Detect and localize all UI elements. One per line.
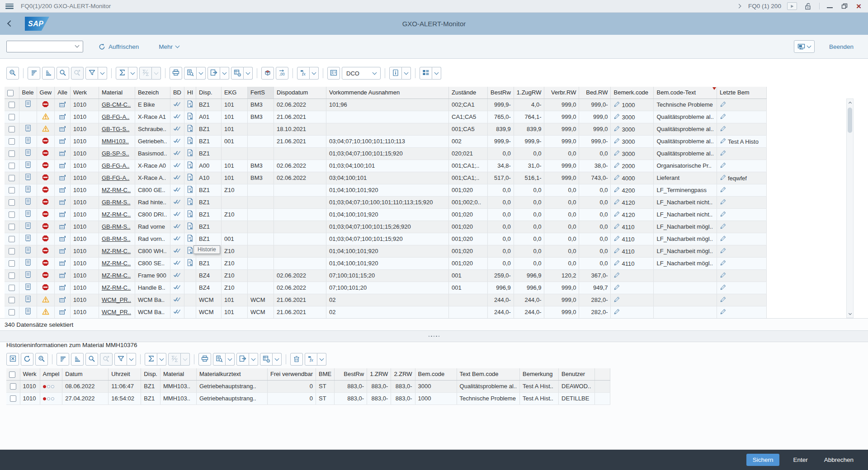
edit-note-button[interactable] bbox=[720, 272, 726, 280]
panel-splitter[interactable] bbox=[0, 330, 868, 342]
column-header[interactable]: Alle bbox=[55, 87, 71, 99]
column-header[interactable]: Datum bbox=[62, 368, 108, 380]
find-button[interactable] bbox=[57, 67, 69, 80]
column-header[interactable]: Uhrzeit bbox=[108, 368, 141, 380]
table-row[interactable]: 1010GB-TG-S..Schraube..BZ110118.10.20210… bbox=[5, 123, 766, 135]
select-all-checkbox[interactable] bbox=[9, 371, 15, 378]
sum-button[interactable] bbox=[145, 353, 157, 366]
row-select-checkbox[interactable] bbox=[9, 309, 15, 315]
row-select-checkbox[interactable] bbox=[9, 273, 15, 279]
table-row[interactable]: 1010MZ-RM-C..Handle B..BZ4Z1002.06.20220… bbox=[5, 282, 766, 294]
export-dropdown-button[interactable] bbox=[220, 67, 229, 80]
edit-note-button[interactable] bbox=[613, 101, 620, 109]
sum-button[interactable] bbox=[116, 67, 128, 80]
row-select-checkbox[interactable] bbox=[9, 248, 15, 254]
row-select-checkbox[interactable] bbox=[9, 297, 15, 303]
history-button[interactable] bbox=[187, 127, 193, 133]
table-row[interactable]: 1010WCM_PR..WCM Ba..WCM101WCM21.06.20210… bbox=[5, 294, 766, 306]
edit-note-button[interactable] bbox=[613, 113, 620, 121]
row-select-checkbox[interactable] bbox=[9, 138, 15, 145]
column-header[interactable]: Materialkurztext bbox=[196, 368, 267, 380]
row-select-checkbox[interactable] bbox=[9, 187, 15, 193]
row-select-checkbox[interactable] bbox=[9, 102, 15, 108]
table-row[interactable]: 101027.04.202216:54:02BZ1MMH103..Getrieb… bbox=[6, 392, 610, 404]
edit-note-button[interactable] bbox=[720, 125, 726, 133]
material-link[interactable]: GB-FG-A.. bbox=[102, 174, 129, 181]
material-link[interactable]: MZ-RM-C.. bbox=[102, 211, 131, 218]
table-row[interactable]: 1010MZ-RM-C..C800 SE..BZ1Z1001;04;100;10… bbox=[5, 257, 766, 269]
row-select-checkbox[interactable] bbox=[10, 395, 16, 402]
play-button[interactable] bbox=[787, 2, 797, 10]
column-header[interactable]: EKG bbox=[222, 87, 248, 99]
edit-note-button[interactable] bbox=[720, 150, 726, 158]
history-button[interactable] bbox=[187, 236, 193, 243]
formula-button[interactable]: fx bbox=[297, 67, 310, 80]
table-row[interactable]: 101008.06.202211:06:47BZ1MMH103..Getrieb… bbox=[6, 380, 610, 392]
column-header[interactable]: Frei verwendbar bbox=[267, 368, 316, 380]
refresh-button[interactable]: Auffrischen bbox=[96, 43, 142, 51]
column-header[interactable]: Bemerk.code bbox=[611, 87, 654, 99]
layout-button[interactable] bbox=[231, 67, 244, 80]
sort-ascending-button[interactable] bbox=[57, 353, 69, 366]
edit-note-button[interactable] bbox=[720, 198, 726, 207]
export-button[interactable] bbox=[236, 353, 249, 366]
column-header[interactable]: Verbr.RW bbox=[544, 87, 579, 99]
filter-dropdown-button[interactable] bbox=[98, 67, 107, 80]
chevron-right-icon[interactable] bbox=[737, 4, 741, 9]
cancel-button[interactable]: Abbrechen bbox=[821, 456, 856, 464]
trash-button[interactable] bbox=[290, 353, 303, 366]
column-header[interactable]: 1.ZugRW bbox=[514, 87, 544, 99]
row-select-checkbox[interactable] bbox=[9, 212, 15, 218]
unlock-button[interactable] bbox=[803, 2, 813, 10]
material-link[interactable]: MZ-RM-C.. bbox=[102, 187, 131, 193]
column-header[interactable]: Material bbox=[160, 368, 196, 380]
row-select-checkbox[interactable] bbox=[9, 199, 15, 206]
edit-note-button[interactable] bbox=[613, 247, 620, 255]
column-header[interactable]: Bele bbox=[19, 87, 37, 99]
column-header[interactable]: Material bbox=[99, 87, 135, 99]
material-link[interactable]: GB-RM-S.. bbox=[102, 199, 131, 206]
table-row[interactable]: 1010GB-CM-C..E BikeBZ1101BM302.06.202210… bbox=[5, 99, 766, 111]
column-header[interactable] bbox=[6, 368, 20, 380]
edit-note-button[interactable] bbox=[720, 101, 726, 109]
column-header[interactable]: Vorkommende Ausnahmen bbox=[326, 87, 449, 99]
table-row[interactable]: 1010MMH103..Getriebeh..BZ100121.06.20210… bbox=[5, 135, 766, 147]
views-button[interactable] bbox=[184, 67, 197, 80]
table-row[interactable]: 1010GB-SP-S..Basismod..BZ101;03;04;07;10… bbox=[5, 147, 766, 160]
gui-options-button[interactable] bbox=[794, 40, 815, 53]
history-button[interactable] bbox=[187, 188, 193, 194]
enter-button[interactable]: Enter bbox=[790, 456, 810, 464]
edit-note-button[interactable] bbox=[613, 125, 620, 133]
layout-dropdown-button[interactable] bbox=[273, 353, 282, 366]
menu-hamburger-icon[interactable] bbox=[5, 4, 14, 9]
back-button[interactable] bbox=[8, 20, 13, 27]
edit-note-button[interactable] bbox=[613, 137, 620, 146]
table-row[interactable]: 1010MZ-RM-C..Frame 900BZ4Z1002.06.202207… bbox=[5, 269, 766, 282]
select-all-checkbox[interactable] bbox=[7, 90, 14, 96]
edit-note-button[interactable] bbox=[720, 284, 726, 292]
table-row[interactable]: 1010GB-FG-A..X-Race A1A01101BM321.06.202… bbox=[5, 111, 766, 123]
history-button[interactable] bbox=[187, 114, 193, 121]
formula-dropdown-button[interactable] bbox=[310, 67, 319, 80]
print-button[interactable] bbox=[198, 353, 211, 366]
edit-note-button[interactable] bbox=[720, 113, 726, 121]
scrollbar-thumb[interactable] bbox=[848, 108, 852, 133]
material-link[interactable]: GB-RM-S.. bbox=[102, 235, 131, 242]
edit-note-button[interactable] bbox=[613, 259, 620, 268]
history-button[interactable] bbox=[187, 102, 193, 109]
history-button[interactable] bbox=[187, 261, 193, 268]
history-button[interactable] bbox=[187, 249, 193, 255]
scroll-down-button[interactable] bbox=[847, 310, 853, 318]
row-select-checkbox[interactable] bbox=[9, 224, 15, 230]
edit-note-button[interactable] bbox=[613, 235, 620, 243]
history-button[interactable] bbox=[187, 175, 193, 182]
column-header[interactable]: HI bbox=[184, 87, 196, 99]
formula-button[interactable]: fx bbox=[305, 353, 317, 366]
column-header[interactable]: Zustände bbox=[449, 87, 488, 99]
close-button[interactable]: × bbox=[855, 2, 863, 10]
layout-variant-select[interactable]: DCO bbox=[342, 67, 381, 80]
row-select-checkbox[interactable] bbox=[9, 150, 15, 157]
details-magnifier-button[interactable] bbox=[35, 353, 48, 366]
material-link[interactable]: MMH103.. bbox=[102, 138, 129, 145]
table-row[interactable]: 1010MZ-RM-C..C800 WH..BZ1Z1001;04;100;10… bbox=[5, 245, 766, 257]
